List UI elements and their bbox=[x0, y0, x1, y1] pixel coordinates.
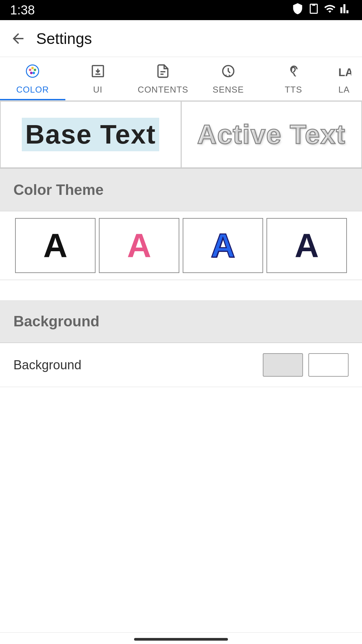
back-button[interactable] bbox=[10, 31, 26, 47]
la-icon: LA bbox=[337, 64, 351, 82]
theme-option-pink[interactable]: A bbox=[99, 218, 179, 273]
color-theme-section-header: Color Theme bbox=[0, 169, 362, 211]
background-section-header: Background bbox=[0, 300, 362, 343]
svg-point-4 bbox=[34, 69, 36, 71]
svg-point-3 bbox=[32, 67, 34, 69]
base-text-label: Base Text bbox=[22, 118, 159, 151]
download-box-icon bbox=[90, 64, 105, 82]
tab-color[interactable]: COLOR bbox=[0, 57, 65, 100]
text-preview: Base Text Active Text bbox=[0, 101, 362, 169]
status-time: 1:38 bbox=[10, 3, 35, 17]
theme-letter-black: A bbox=[43, 229, 67, 262]
status-icons bbox=[292, 3, 352, 17]
color-swatches bbox=[263, 353, 349, 377]
svg-point-2 bbox=[29, 69, 31, 71]
tab-tts[interactable]: TTS bbox=[261, 57, 326, 100]
tab-contents-label: CONTENTS bbox=[138, 85, 188, 95]
document-icon bbox=[156, 64, 170, 82]
gray-swatch[interactable] bbox=[263, 353, 303, 377]
background-row: Background bbox=[0, 343, 362, 387]
active-text-label: Active Text bbox=[197, 119, 346, 150]
tab-la-label: LA bbox=[338, 85, 350, 95]
shield-icon bbox=[292, 3, 304, 17]
tab-la[interactable]: LA LA bbox=[326, 57, 362, 100]
tab-tts-label: TTS bbox=[285, 85, 302, 95]
header: Settings bbox=[0, 20, 362, 57]
palette-icon bbox=[25, 64, 40, 82]
color-theme-title: Color Theme bbox=[13, 181, 104, 198]
hearing-icon bbox=[286, 64, 301, 82]
background-row-label: Background bbox=[13, 358, 263, 372]
page-title: Settings bbox=[36, 30, 92, 48]
theme-option-blue[interactable]: A bbox=[183, 218, 263, 273]
nav-bar bbox=[0, 632, 362, 644]
tab-bar: COLOR UI CONTENTS SENSE TTS LA LA bbox=[0, 57, 362, 101]
white-swatch[interactable] bbox=[308, 353, 349, 377]
wifi-icon bbox=[324, 3, 336, 17]
tab-contents[interactable]: CONTENTS bbox=[130, 57, 196, 100]
theme-letter-pink: A bbox=[127, 229, 151, 262]
svg-text:LA: LA bbox=[339, 66, 352, 78]
clock-down-icon bbox=[221, 64, 236, 82]
color-theme-grid: A A A A bbox=[0, 211, 362, 280]
theme-letter-dark: A bbox=[295, 229, 319, 262]
svg-point-6 bbox=[30, 72, 33, 74]
tab-sense-label: SENSE bbox=[213, 85, 244, 95]
spacer bbox=[0, 280, 362, 300]
nav-indicator bbox=[134, 638, 228, 641]
signal-icon bbox=[340, 3, 352, 17]
tab-color-label: COLOR bbox=[16, 85, 49, 95]
tab-ui-label: UI bbox=[93, 85, 103, 95]
background-title: Background bbox=[13, 313, 100, 329]
base-text-preview[interactable]: Base Text bbox=[0, 101, 181, 168]
tab-ui[interactable]: UI bbox=[65, 57, 131, 100]
svg-point-5 bbox=[33, 72, 35, 74]
clipboard-icon bbox=[308, 3, 320, 17]
status-bar: 1:38 bbox=[0, 0, 362, 20]
theme-letter-blue: A bbox=[211, 229, 235, 262]
tab-sense[interactable]: SENSE bbox=[196, 57, 261, 100]
active-text-preview[interactable]: Active Text bbox=[181, 101, 362, 168]
theme-option-black[interactable]: A bbox=[15, 218, 96, 273]
theme-option-dark[interactable]: A bbox=[266, 218, 347, 273]
